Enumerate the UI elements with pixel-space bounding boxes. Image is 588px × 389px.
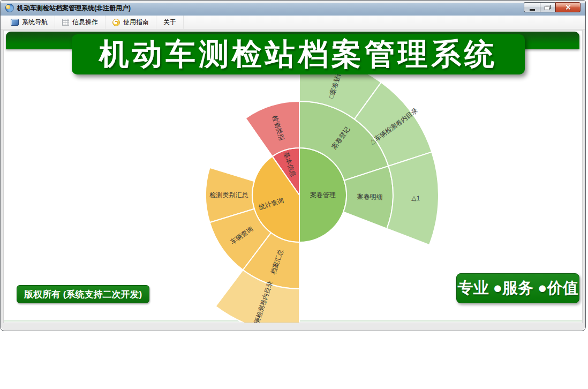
sunburst-label-case-management: 案卷管理 (310, 191, 336, 199)
banner: 机动车测检站档案管理系统 (72, 34, 525, 74)
close-icon (565, 4, 571, 10)
restore-button[interactable] (540, 2, 555, 12)
minimize-button[interactable] (524, 2, 540, 12)
window-title: 机动车测检站档案管理系统(非注册用户) (17, 1, 131, 16)
grid-icon (62, 19, 69, 26)
menu-item-user-guide[interactable]: 使用指南 (105, 16, 156, 29)
sunburst-label-inspection-category-summary: 检测类别汇总 (209, 191, 248, 199)
title-bar[interactable]: 机动车测检站档案管理系统(非注册用户) (1, 1, 585, 16)
menu-item-label: 关于 (163, 18, 176, 27)
copyright-text: 版权所有 (系统支持二次开发) (24, 288, 142, 301)
menu-item-label: 使用指南 (123, 18, 149, 27)
copyright-badge: 版权所有 (系统支持二次开发) (17, 285, 149, 303)
minimize-icon (530, 9, 535, 11)
menu-item-system-navigation[interactable]: 系统导航 (4, 16, 55, 29)
menu-bar: 系统导航 信息操作 使用指南 关于 (1, 16, 585, 29)
app-window: 机动车测检站档案管理系统(非注册用户) 系统导航 信息操作 使用指南 (0, 0, 586, 331)
sunburst-label-case-detail: 案卷明细 (357, 193, 382, 201)
menu-item-about[interactable]: 关于 (156, 16, 184, 29)
close-button[interactable] (555, 2, 581, 12)
sunburst-segment-inspection-category[interactable] (246, 101, 299, 156)
window-controls (524, 2, 581, 12)
menu-item-label: 信息操作 (72, 18, 98, 27)
monitor-icon (11, 19, 19, 26)
menu-item-label: 系统导航 (22, 18, 48, 27)
page-title: 机动车测检站档案管理系统 (99, 34, 497, 75)
restore-icon (545, 5, 551, 10)
app-logo-icon (5, 4, 14, 12)
menu-item-information-operations[interactable]: 信息操作 (55, 16, 105, 29)
slogan-text: 专业 ●服务 ●价值 (457, 278, 578, 299)
main-content-area: 案卷管理基本信息统计查询案卷登记案卷明细检测类别检测类别汇总车辆查询档案汇总□案… (3, 30, 583, 323)
slogan-badge: 专业 ●服务 ●价值 (456, 273, 579, 303)
help-icon (112, 19, 120, 26)
sunburst-label-sub-item-1: △1 (411, 194, 420, 201)
